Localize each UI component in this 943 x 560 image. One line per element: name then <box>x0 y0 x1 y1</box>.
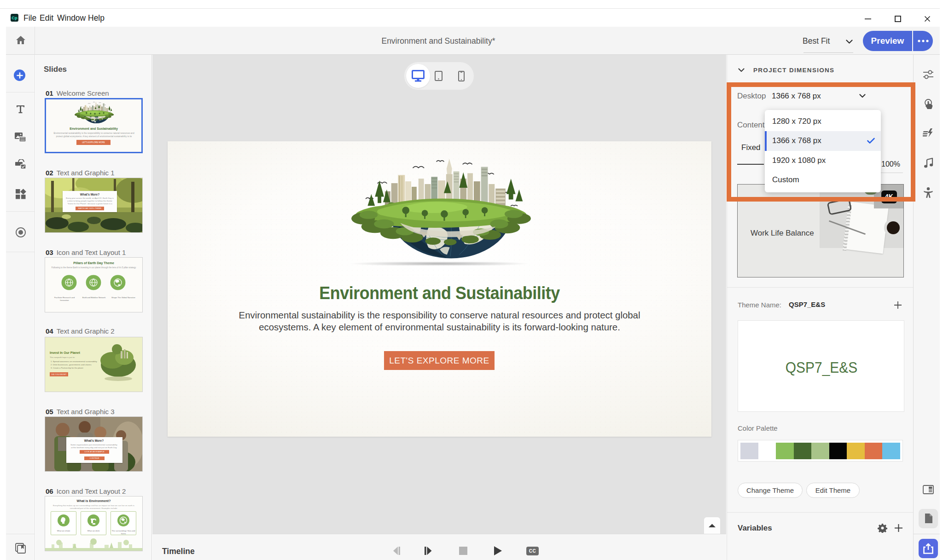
svg-text:Cp: Cp <box>12 15 17 20</box>
